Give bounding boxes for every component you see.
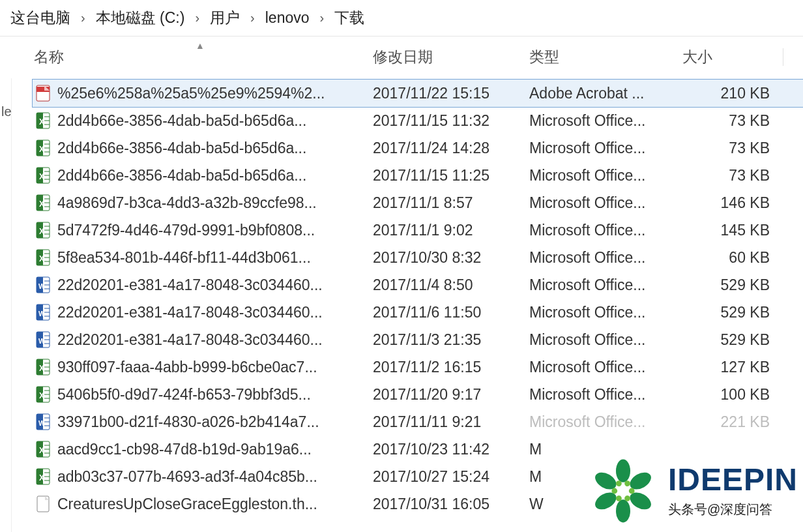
file-name-cell[interactable]: X930ff097-faaa-4abb-b999-b6cbe0ac7...	[33, 358, 373, 376]
file-row[interactable]: X2dd4b66e-3856-4dab-ba5d-b65d6a...2017/1…	[33, 134, 803, 162]
svg-text:X: X	[39, 145, 44, 154]
file-type: W	[529, 495, 682, 513]
chevron-right-icon[interactable]: ›	[187, 10, 207, 25]
file-date: 2017/11/22 15:15	[373, 85, 529, 102]
file-name: 2dd4b66e-3856-4dab-ba5d-b65d6a...	[53, 167, 306, 185]
file-date: 2017/11/20 9:17	[373, 386, 529, 404]
file-name-cell[interactable]: W22d20201-e381-4a17-8048-3c034460...	[33, 331, 373, 349]
file-row[interactable]: %25e6%258a%25a5%25e9%2594%2...2017/11/22…	[33, 80, 803, 107]
file-name-cell[interactable]: X5406b5f0-d9d7-424f-b653-79bbf3d5...	[33, 385, 373, 404]
pdf-icon	[33, 84, 53, 102]
file-row[interactable]: CreaturesUpCloseGraceEggleston.th...2017…	[33, 490, 803, 518]
file-row[interactable]: X930ff097-faaa-4abb-b999-b6cbe0ac7...201…	[33, 353, 803, 381]
file-name: 2dd4b66e-3856-4dab-ba5d-b65d6a...	[53, 140, 306, 157]
breadcrumb-item[interactable]: 下载	[332, 8, 367, 28]
file-type: Microsoft Office...	[529, 222, 682, 239]
file-name-cell[interactable]: W22d20201-e381-4a17-8048-3c034460...	[33, 276, 373, 294]
file-row[interactable]: X5d7472f9-4d46-479d-9991-b9bf0808...2017…	[33, 216, 803, 244]
file-row[interactable]: W22d20201-e381-4a17-8048-3c034460...2017…	[33, 271, 803, 299]
excel-icon: X	[33, 440, 53, 458]
excel-icon: X	[33, 385, 53, 404]
svg-text:X: X	[39, 254, 44, 263]
file-name-cell[interactable]: W33971b00-d21f-4830-a026-b2b414a7...	[33, 413, 373, 431]
file-icon	[33, 495, 53, 513]
chevron-right-icon[interactable]: ›	[242, 10, 263, 25]
breadcrumb-item[interactable]: 用户	[207, 8, 242, 28]
svg-text:X: X	[39, 117, 44, 126]
header-separator	[783, 48, 783, 66]
file-date: 2017/11/4 8:50	[373, 276, 529, 294]
file-name: 5f8ea534-801b-446f-bf11-44d3b061...	[53, 249, 311, 267]
file-row[interactable]: Xadb03c37-077b-4693-ad3f-4a04c85b...2017…	[33, 463, 803, 490]
file-date: 2017/11/1 9:02	[373, 222, 529, 239]
file-size: 210 KB	[682, 85, 774, 102]
excel-icon: X	[33, 221, 53, 239]
file-name-cell[interactable]: X2dd4b66e-3856-4dab-ba5d-b65d6a...	[33, 111, 373, 130]
file-size: 73 KB	[682, 112, 774, 130]
file-name-cell[interactable]: CreaturesUpCloseGraceEggleston.th...	[33, 495, 373, 513]
file-date: 2017/11/3 21:35	[373, 331, 529, 349]
file-name-cell[interactable]: %25e6%258a%25a5%25e9%2594%2...	[33, 84, 373, 102]
file-row[interactable]: X2dd4b66e-3856-4dab-ba5d-b65d6a...2017/1…	[33, 162, 803, 189]
file-type: Microsoft Office...	[529, 359, 682, 376]
column-header-type[interactable]: 类型	[529, 47, 682, 67]
chevron-right-icon[interactable]: ›	[312, 10, 332, 25]
column-header-size[interactable]: 大小	[682, 47, 774, 67]
file-name: 5406b5f0-d9d7-424f-b653-79bbf3d5...	[53, 386, 311, 404]
file-size: 73 KB	[682, 167, 774, 185]
sort-indicator-icon: ▲	[196, 40, 205, 51]
file-size: 221 KB	[682, 413, 774, 431]
file-row[interactable]: W22d20201-e381-4a17-8048-3c034460...2017…	[33, 299, 803, 326]
file-name: 5d7472f9-4d46-479d-9991-b9bf0808...	[53, 222, 315, 239]
file-name-cell[interactable]: W22d20201-e381-4a17-8048-3c034460...	[33, 303, 373, 321]
file-row[interactable]: X2dd4b66e-3856-4dab-ba5d-b65d6a...2017/1…	[33, 107, 803, 134]
file-row[interactable]: X5f8ea534-801b-446f-bf11-44d3b061...2017…	[33, 244, 803, 271]
breadcrumb[interactable]: 这台电脑›本地磁盘 (C:)›用户›lenovo›下载	[0, 0, 803, 37]
file-name: %25e6%258a%25a5%25e9%2594%2...	[53, 85, 325, 102]
file-date: 2017/10/23 11:42	[373, 441, 529, 458]
file-name-cell[interactable]: X2dd4b66e-3856-4dab-ba5d-b65d6a...	[33, 166, 373, 185]
file-type: M	[529, 468, 682, 486]
file-name: 22d20201-e381-4a17-8048-3c034460...	[53, 304, 323, 321]
file-name: 22d20201-e381-4a17-8048-3c034460...	[53, 276, 323, 294]
file-name: 2dd4b66e-3856-4dab-ba5d-b65d6a...	[53, 112, 306, 130]
file-row[interactable]: X4a9869d7-b3ca-4dd3-a32b-89ccfe98...2017…	[33, 189, 803, 216]
file-date: 2017/11/11 9:21	[373, 413, 529, 431]
breadcrumb-item[interactable]: lenovo	[263, 9, 312, 27]
svg-text:X: X	[39, 446, 44, 455]
file-list: %25e6%258a%25a5%25e9%2594%2...2017/11/22…	[0, 78, 803, 518]
file-row[interactable]: W22d20201-e381-4a17-8048-3c034460...2017…	[33, 326, 803, 353]
file-date: 2017/11/24 14:28	[373, 140, 529, 157]
file-name-cell[interactable]: X5d7472f9-4d46-479d-9991-b9bf0808...	[33, 221, 373, 239]
file-type: Microsoft Office...	[529, 413, 682, 431]
file-type: Microsoft Office...	[529, 194, 682, 212]
svg-text:X: X	[39, 364, 44, 373]
file-size: 73 KB	[682, 140, 774, 157]
file-name-cell[interactable]: X5f8ea534-801b-446f-bf11-44d3b061...	[33, 248, 373, 267]
word-icon: W	[33, 413, 53, 431]
file-type: Microsoft Office...	[529, 304, 682, 321]
column-headers: ▲ 名称 修改日期 类型 大小	[0, 37, 803, 78]
chevron-right-icon[interactable]: ›	[73, 10, 93, 25]
file-name-cell[interactable]: Xaacd9cc1-cb98-47d8-b19d-9ab19a6...	[33, 440, 373, 458]
file-name: 4a9869d7-b3ca-4dd3-a32b-89ccfe98...	[53, 194, 317, 212]
breadcrumb-item[interactable]: 这台电脑	[8, 8, 73, 28]
file-name-cell[interactable]: Xadb03c37-077b-4693-ad3f-4a04c85b...	[33, 467, 373, 486]
breadcrumb-item[interactable]: 本地磁盘 (C:)	[93, 8, 188, 28]
file-size: 529 KB	[682, 304, 774, 321]
file-name: CreaturesUpCloseGraceEggleston.th...	[53, 495, 317, 513]
excel-icon: X	[33, 467, 53, 486]
file-date: 2017/10/31 16:05	[373, 495, 529, 513]
file-type: Microsoft Office...	[529, 331, 682, 349]
svg-text:X: X	[39, 473, 44, 482]
file-size: 127 KB	[682, 359, 774, 376]
file-row[interactable]: W33971b00-d21f-4830-a026-b2b414a7...2017…	[33, 408, 803, 436]
file-name-cell[interactable]: X4a9869d7-b3ca-4dd3-a32b-89ccfe98...	[33, 194, 373, 212]
file-row[interactable]: X5406b5f0-d9d7-424f-b653-79bbf3d5...2017…	[33, 381, 803, 408]
file-name-cell[interactable]: X2dd4b66e-3856-4dab-ba5d-b65d6a...	[33, 139, 373, 157]
file-date: 2017/11/15 11:32	[373, 112, 529, 130]
column-header-date[interactable]: 修改日期	[373, 47, 529, 67]
nav-tree-sliver: le	[0, 78, 12, 532]
file-row[interactable]: Xaacd9cc1-cb98-47d8-b19d-9ab19a6...2017/…	[33, 436, 803, 463]
file-type: Microsoft Office...	[529, 276, 682, 294]
